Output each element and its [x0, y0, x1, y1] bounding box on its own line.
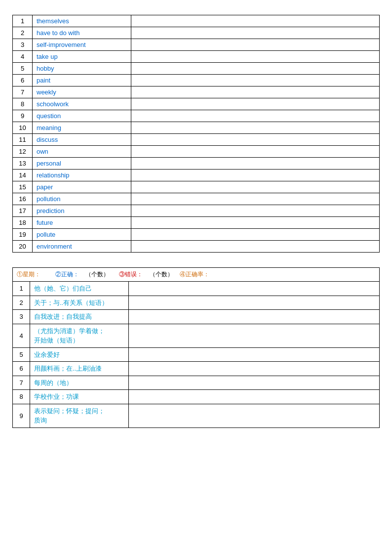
vocab-blank [131, 110, 380, 122]
practice-chinese: 每周的（地） [30, 376, 129, 390]
practice-row: 7每周的（地） [13, 376, 380, 390]
practice-row: 1他（她、它）们自己 [13, 282, 380, 296]
practice-chinese: 用颜料画；在..上刷油漆 [30, 362, 129, 376]
vocab-row: 15paper [13, 181, 380, 193]
vocab-row: 20environment [13, 241, 380, 253]
vocab-row: 16pollution [13, 193, 380, 205]
practice-row: 5业余爱好 [13, 347, 380, 362]
vocab-blank [131, 205, 380, 217]
vocab-word: paper [33, 181, 131, 193]
vocab-blank [131, 217, 380, 229]
vocab-row: 2have to do with [13, 27, 380, 39]
practice-answer [129, 282, 380, 296]
vocab-row: 17prediction [13, 205, 380, 217]
vocab-row: 6paint [13, 75, 380, 86]
practice-num: 9 [13, 404, 30, 427]
vocab-word: weekly [33, 86, 131, 98]
vocab-blank [131, 146, 380, 158]
vocab-row: 12own [13, 146, 380, 158]
vocab-num: 3 [13, 39, 33, 51]
vocab-num: 4 [13, 51, 33, 63]
practice-answer [129, 376, 380, 390]
practice-table: ①星期： ②正确： （个数） ③错误： （个数） ④正确率： 1他（她、它）们自… [12, 267, 380, 428]
practice-num: 2 [13, 296, 30, 310]
vocab-word: personal [33, 158, 131, 170]
vocab-word: schoolwork [33, 98, 131, 110]
vocab-row: 10meaning [13, 122, 380, 134]
practice-row: 3自我改进；自我提高 [13, 310, 380, 324]
vocab-blank [131, 193, 380, 205]
vocab-blank [131, 241, 380, 253]
practice-row: 6用颜料画；在..上刷油漆 [13, 362, 380, 376]
vocab-blank [131, 98, 380, 110]
vocab-num: 15 [13, 181, 33, 193]
practice-header-row: ①星期： ②正确： （个数） ③错误： （个数） ④正确率： [13, 268, 380, 282]
practice-answer [129, 390, 380, 404]
vocab-row: 4take up [13, 51, 380, 63]
vocab-word: prediction [33, 205, 131, 217]
vocab-row: 5hobby [13, 63, 380, 75]
practice-chinese: 自我改进；自我提高 [30, 310, 129, 324]
vocab-num: 6 [13, 75, 33, 86]
vocab-num: 10 [13, 122, 33, 134]
practice-num: 4 [13, 324, 30, 347]
vocab-row: 7weekly [13, 86, 380, 98]
practice-num: 6 [13, 362, 30, 376]
practice-answer [129, 296, 380, 310]
vocab-num: 17 [13, 205, 33, 217]
vocab-num: 2 [13, 27, 33, 39]
vocab-row: 13personal [13, 158, 380, 170]
vocab-num: 5 [13, 63, 33, 75]
vocab-word: pollute [33, 229, 131, 241]
vocab-num: 8 [13, 98, 33, 110]
vocab-row: 8schoolwork [13, 98, 380, 110]
header-correct: ②正确： [55, 271, 79, 278]
vocab-word: pollution [33, 193, 131, 205]
vocab-word: discuss [33, 134, 131, 146]
vocab-word: meaning [33, 122, 131, 134]
vocab-word: own [33, 146, 131, 158]
vocab-num: 13 [13, 158, 33, 170]
practice-chinese: 关于；与..有关系（短语） [30, 296, 129, 310]
practice-row: 4（尤指为消遣）学着做；开始做（短语） [13, 324, 380, 347]
practice-chinese: 学校作业；功课 [30, 390, 129, 404]
practice-row: 9表示疑问；怀疑；提问；质询 [13, 404, 380, 427]
practice-chinese: 他（她、它）们自己 [30, 282, 129, 296]
vocab-blank [131, 86, 380, 98]
vocab-word: environment [33, 241, 131, 253]
header-error: ③错误： [119, 271, 143, 278]
vocab-num: 12 [13, 146, 33, 158]
vocab-blank [131, 134, 380, 146]
vocab-blank [131, 27, 380, 39]
vocab-word: question [33, 110, 131, 122]
practice-answer [129, 404, 380, 427]
vocab-word: relationship [33, 170, 131, 181]
vocab-num: 14 [13, 170, 33, 181]
vocab-row: 3self-improvement [13, 39, 380, 51]
vocab-word: themselves [33, 15, 131, 27]
practice-num: 3 [13, 310, 30, 324]
practice-num: 7 [13, 376, 30, 390]
practice-answer [129, 310, 380, 324]
vocab-num: 20 [13, 241, 33, 253]
header-accuracy: ④正确率： [180, 271, 209, 278]
practice-row: 8学校作业；功课 [13, 390, 380, 404]
header-error-count: （个数） [150, 271, 173, 278]
practice-chinese: 表示疑问；怀疑；提问；质询 [30, 404, 129, 427]
practice-answer [129, 362, 380, 376]
vocab-blank [131, 229, 380, 241]
practice-header-cell: ①星期： ②正确： （个数） ③错误： （个数） ④正确率： [13, 268, 380, 282]
vocab-num: 19 [13, 229, 33, 241]
vocab-row: 11discuss [13, 134, 380, 146]
vocab-blank [131, 181, 380, 193]
vocab-word: take up [33, 51, 131, 63]
vocab-row: 19pollute [13, 229, 380, 241]
vocab-row: 18future [13, 217, 380, 229]
vocab-blank [131, 75, 380, 86]
header-correct-count: （个数） [85, 271, 109, 278]
vocab-word: have to do with [33, 27, 131, 39]
vocab-blank [131, 15, 380, 27]
practice-num: 8 [13, 390, 30, 404]
vocab-num: 7 [13, 86, 33, 98]
vocab-num: 11 [13, 134, 33, 146]
